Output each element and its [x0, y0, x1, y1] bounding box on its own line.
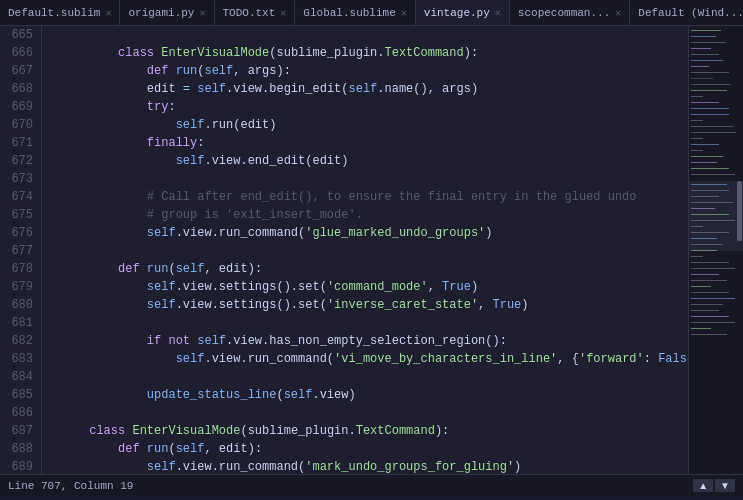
- svg-rect-29: [691, 196, 719, 197]
- code-line-686: class EnterVisualMode(sublime_plugin.Tex…: [46, 404, 688, 422]
- code-line-665: class EnterVisualMode(sublime_plugin.Tex…: [46, 26, 688, 44]
- svg-rect-7: [691, 66, 709, 67]
- svg-rect-33: [691, 220, 735, 221]
- svg-rect-30: [691, 202, 733, 203]
- tab-close-icon[interactable]: ✕: [495, 7, 501, 19]
- svg-rect-12: [691, 96, 703, 97]
- svg-rect-15: [691, 114, 729, 115]
- svg-rect-34: [691, 226, 703, 227]
- tab-scopecommand[interactable]: scopecomman... ✕: [510, 0, 630, 25]
- svg-rect-53: [737, 181, 742, 241]
- svg-rect-52: [691, 334, 727, 335]
- tab-bar: Default.sublim ✕ origami.py ✕ TODO.txt ✕…: [0, 0, 743, 26]
- svg-rect-24: [691, 168, 729, 169]
- svg-rect-31: [691, 208, 715, 209]
- tab-label: origami.py: [128, 7, 194, 19]
- svg-rect-25: [691, 174, 735, 175]
- svg-rect-32: [691, 214, 729, 215]
- tab-label: TODO.txt: [223, 7, 276, 19]
- scroll-up-button[interactable]: ▲: [693, 479, 713, 492]
- svg-rect-43: [691, 280, 727, 281]
- svg-rect-41: [691, 268, 735, 269]
- tab-label: Global.sublime: [303, 7, 395, 19]
- svg-rect-50: [691, 322, 735, 323]
- svg-rect-45: [691, 292, 729, 293]
- tab-close-icon[interactable]: ✕: [280, 7, 286, 19]
- svg-rect-48: [691, 310, 719, 311]
- scroll-down-button[interactable]: ▼: [715, 479, 735, 492]
- svg-rect-49: [691, 316, 729, 317]
- status-position: Line 707, Column 19: [8, 480, 133, 492]
- tab-default-sublime[interactable]: Default.sublim ✕: [0, 0, 120, 25]
- tab-close-icon[interactable]: ✕: [615, 7, 621, 19]
- status-right: ▲ ▼: [693, 479, 735, 492]
- code-line-684: update_status_line(self.view): [46, 368, 688, 386]
- tab-close-icon[interactable]: ✕: [105, 7, 111, 19]
- code-line-681: if not self.view.has_non_empty_selection…: [46, 314, 688, 332]
- svg-rect-13: [691, 102, 719, 103]
- minimap-svg: [689, 26, 743, 474]
- tab-close-icon[interactable]: ✕: [401, 7, 407, 19]
- navigation-arrows[interactable]: ▲ ▼: [693, 479, 735, 492]
- tab-default-wind[interactable]: Default (Wind... ✕: [630, 0, 743, 25]
- status-bar: Line 707, Column 19 ▲ ▼: [0, 474, 743, 496]
- svg-rect-5: [691, 54, 719, 55]
- svg-rect-3: [691, 42, 726, 43]
- svg-rect-28: [691, 190, 729, 191]
- svg-rect-47: [691, 304, 723, 305]
- svg-rect-22: [691, 156, 723, 157]
- svg-rect-46: [691, 298, 735, 299]
- svg-rect-23: [691, 162, 717, 163]
- svg-rect-8: [691, 72, 729, 73]
- svg-rect-21: [691, 150, 703, 151]
- svg-rect-17: [691, 126, 733, 127]
- tab-label: Default.sublim: [8, 7, 100, 19]
- code-content[interactable]: class EnterVisualMode(sublime_plugin.Tex…: [42, 26, 688, 474]
- svg-rect-16: [691, 120, 703, 121]
- svg-rect-36: [691, 238, 717, 239]
- svg-rect-14: [691, 108, 729, 109]
- svg-rect-26: [689, 181, 743, 251]
- svg-rect-44: [691, 286, 711, 287]
- svg-rect-2: [691, 36, 716, 37]
- svg-rect-27: [691, 184, 727, 185]
- svg-rect-9: [691, 78, 713, 79]
- tab-vintage[interactable]: vintage.py ✕: [416, 0, 510, 25]
- svg-rect-35: [691, 232, 729, 233]
- svg-rect-37: [691, 244, 723, 245]
- svg-rect-38: [691, 250, 717, 251]
- svg-rect-1: [691, 30, 721, 31]
- svg-rect-19: [691, 138, 703, 139]
- tab-todo[interactable]: TODO.txt ✕: [215, 0, 296, 25]
- svg-rect-4: [691, 48, 711, 49]
- svg-rect-40: [691, 262, 729, 263]
- tab-global-sublime[interactable]: Global.sublime ✕: [295, 0, 415, 25]
- tab-label: scopecomman...: [518, 7, 610, 19]
- tab-label: vintage.py: [424, 7, 490, 19]
- tab-origami[interactable]: origami.py ✕: [120, 0, 214, 25]
- code-line-677: def run(self, edit):: [46, 242, 688, 260]
- svg-rect-42: [691, 274, 719, 275]
- svg-rect-6: [691, 60, 723, 61]
- tab-label: Default (Wind...: [638, 7, 743, 19]
- editor: 665 666 667 668 669 670 671 672 673 674 …: [0, 26, 743, 474]
- svg-rect-51: [691, 328, 711, 329]
- code-line-673: # Call after end_edit(), to ensure the f…: [46, 170, 688, 188]
- svg-rect-18: [691, 132, 736, 133]
- minimap: [688, 26, 743, 474]
- tab-close-icon[interactable]: ✕: [199, 7, 205, 19]
- svg-rect-20: [691, 144, 719, 145]
- svg-rect-39: [691, 256, 703, 257]
- line-numbers: 665 666 667 668 669 670 671 672 673 674 …: [0, 26, 42, 474]
- svg-rect-10: [691, 84, 731, 85]
- svg-rect-11: [691, 90, 727, 91]
